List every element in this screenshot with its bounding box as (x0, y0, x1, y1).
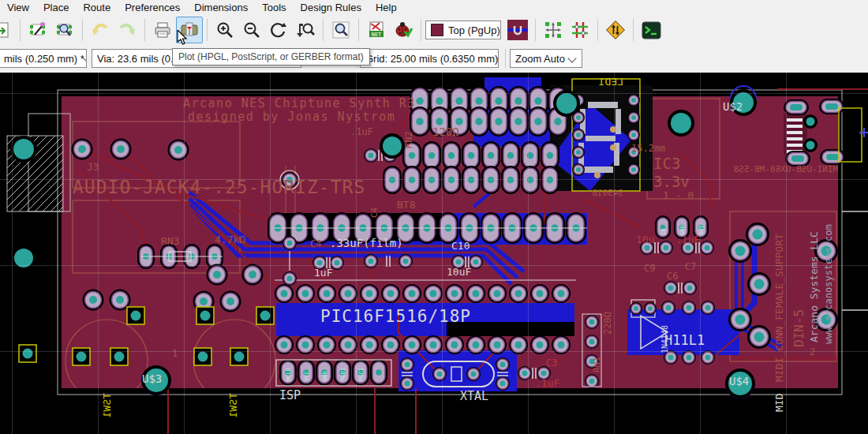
footprint-arrows-icon (544, 21, 563, 39)
ladybug-icon (394, 21, 413, 39)
zoom-in-icon (215, 21, 234, 39)
main-toolbar: NET Top (PgUp) (0, 14, 868, 46)
swap-layers-button[interactable] (602, 17, 629, 43)
c10-value: 10uF (447, 266, 471, 278)
track-width-value: mils (0.250 mm) * (4, 53, 84, 65)
microvia-icon (507, 20, 528, 40)
redo-icon (118, 21, 137, 39)
rn3-value: 4.7kΩ (215, 234, 245, 245)
menu-bar: ViewPlaceRoutePreferencesDimensionsTools… (0, 0, 868, 14)
chevron-down-icon (567, 54, 576, 62)
ref-rn3: RN3 (161, 235, 179, 247)
undo-icon (91, 21, 110, 39)
c4-sub: 1uF (314, 267, 333, 279)
print-button[interactable] (149, 17, 176, 43)
c3-value: .1uF (535, 377, 559, 389)
pin1-label: 1 (172, 348, 178, 359)
redo-button[interactable] (114, 17, 140, 43)
ic3-value: 3.3v (653, 173, 690, 190)
rn2-value: 120Ω (432, 125, 459, 138)
plot-button[interactable] (176, 17, 203, 43)
opto-label: H11L1 (664, 332, 705, 348)
reg-pin-out: OUT (698, 225, 705, 235)
zoom-out-icon (242, 21, 261, 39)
midi-support-label: MIDI_CONN_FEMALE_SUPPORT (773, 234, 785, 382)
ref-c4-vert: C4 (369, 207, 380, 218)
ref-u2: U$2 (723, 100, 743, 113)
ref-led1: LED1 (599, 76, 623, 88)
print-icon (153, 21, 172, 39)
layer-color-swatch (431, 24, 443, 36)
menu-preferences[interactable]: Preferences (118, 2, 187, 13)
svg-text:NET: NET (372, 32, 382, 38)
ref-din5: DIN-5 (791, 309, 806, 347)
zoom-fit-icon (296, 21, 315, 39)
menu-route[interactable]: Route (76, 2, 118, 13)
zoom-value: Zoom Auto (515, 53, 565, 65)
xtal-label: XTAL (460, 389, 488, 403)
track-width-selector[interactable]: mils (0.250 mm) * (0, 49, 87, 68)
module-search-button[interactable] (51, 17, 78, 43)
ref-u4: U$4 (729, 375, 749, 387)
ref-sw-right: TSW1 (227, 393, 239, 417)
ref-j3: J3 (87, 161, 99, 173)
mcu-label: PIC16F1516/18P (320, 307, 471, 326)
grid-size-value: Grid: 25.00 mils (0.6350 mm) (365, 53, 498, 65)
find-button[interactable] (327, 17, 354, 43)
zoom-fit-button[interactable] (292, 17, 319, 43)
brand-label: Arcano Systems LLC (808, 231, 820, 342)
ref-sw-left: TSW1 (101, 393, 113, 417)
cap-point1uf-a: .1uF (350, 126, 373, 137)
swap-layers-icon (605, 20, 626, 40)
isp-pin-vcc: VCC (304, 371, 310, 381)
new-board-button[interactable] (0, 17, 16, 43)
menu-help[interactable]: Help (369, 2, 404, 13)
ref-rn1: RN1 (592, 357, 602, 372)
netlist-icon: NET (367, 21, 386, 39)
menu-place[interactable]: Place (36, 2, 77, 13)
isp-pin-pgd1: PGD1 (340, 368, 346, 381)
ref-c6: C6 (667, 271, 678, 282)
ref-c10: C10 (451, 240, 470, 252)
undo-button[interactable] (87, 17, 114, 43)
pcb-canvas[interactable]: Arcano NES Chiptune Synth R3 designed by… (0, 73, 868, 434)
ratsnest-mode-button[interactable] (567, 17, 593, 43)
zoom-out-button[interactable] (238, 17, 265, 43)
microvia-toggle-button[interactable] (504, 17, 531, 43)
module-search-icon (55, 21, 74, 39)
menu-view[interactable]: View (0, 2, 36, 13)
footprint-mode-button[interactable] (540, 17, 567, 43)
io-marks: 1 - 0 (663, 189, 694, 201)
menu-tools[interactable]: Tools (255, 2, 293, 13)
pcbnew-window: { "menu": { "items": ["View","Place","Ro… (0, 0, 868, 434)
scripting-console-button[interactable] (638, 17, 664, 43)
plot-tooltip: Plot (HPGL, PostScript, or GERBER format… (172, 48, 370, 65)
redraw-button[interactable] (265, 17, 292, 43)
module-editor-icon (28, 21, 47, 39)
zoom-in-button[interactable] (211, 17, 238, 43)
grid-size-selector[interactable]: Grid: 25.00 mils (0.6350 mm) (360, 49, 499, 68)
menu-dimensions[interactable]: Dimensions (187, 2, 255, 13)
pcb-drawing: Arcano NES Chiptune Synth R3 designed by… (0, 73, 868, 434)
drc-button[interactable] (390, 17, 417, 43)
plot-icon (180, 21, 199, 39)
layer-selector[interactable]: Top (PgUp) (425, 21, 501, 39)
ref-s4501b: S4501B (592, 188, 623, 198)
layer-selector-value: Top (PgUp) (448, 24, 500, 36)
reg-pin-in: IN (660, 229, 667, 235)
module-editor-button[interactable] (24, 17, 51, 43)
usb-footprint-label: MINI-USB-UX60-MB-5S8 (734, 164, 838, 174)
aux-toolbar: mils (0.250 mm) * Via: 23.6 mils (0.60 m… (0, 46, 868, 73)
ratsnest-grid-icon (571, 21, 589, 39)
menu-design-rules[interactable]: Design Rules (294, 2, 369, 13)
isp-pin-gnd: GND (322, 371, 328, 381)
zoom-selector[interactable]: Zoom Auto (510, 49, 582, 68)
isp-label: ISP (279, 388, 301, 402)
ref-c3: C3 (546, 357, 557, 369)
audio-jack-label: AUDIO-JACK4-.25-HORIZ-TRS (73, 177, 365, 197)
c4-value: .33uF(film) (330, 237, 403, 249)
netlist-button[interactable]: NET (363, 17, 390, 43)
reg-pin-gnd: GND (679, 225, 686, 235)
ref-u3: U$3 (142, 372, 162, 385)
ref-c9: C9 (644, 263, 655, 274)
